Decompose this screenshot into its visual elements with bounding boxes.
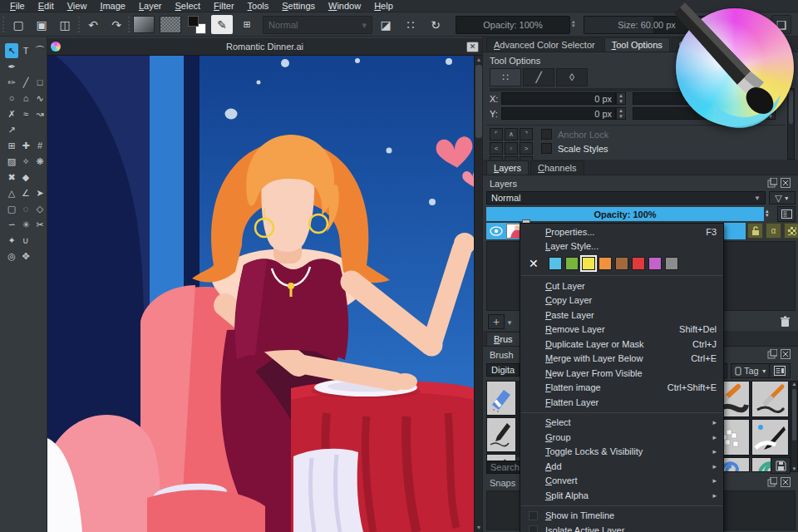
transform-tool[interactable]: ⊞ bbox=[5, 138, 18, 153]
float-docker-icon[interactable] bbox=[767, 477, 777, 487]
menu-item-isolate-active-layer[interactable]: Isolate Active Layer bbox=[520, 523, 723, 532]
measure-tool[interactable]: ∠ bbox=[19, 185, 32, 200]
menu-item-flatten-image[interactable]: Flatten imageCtrl+Shift+E bbox=[520, 381, 723, 396]
gradient-tool[interactable]: ▨ bbox=[5, 154, 18, 169]
ellipse-tool[interactable]: ○ bbox=[5, 91, 18, 106]
new-document-button[interactable]: ▢ bbox=[8, 15, 28, 34]
menu-item-copy-layer[interactable]: Copy Layer bbox=[520, 293, 723, 308]
bezier-curve-tool[interactable]: ✗ bbox=[5, 106, 18, 121]
foreground-background-color-selector[interactable] bbox=[188, 16, 206, 34]
add-layer-dropdown-arrow[interactable]: ▼ bbox=[506, 319, 513, 327]
docker-tab-overview[interactable]: Overview bbox=[672, 37, 725, 52]
eraser-mode-button[interactable]: ◪ bbox=[376, 15, 396, 34]
menu-item-select[interactable]: Select▸ bbox=[520, 416, 723, 431]
color-label-swatch[interactable] bbox=[565, 257, 579, 270]
layer-options-button[interactable] bbox=[777, 206, 796, 222]
zoom-tool[interactable]: ◎ bbox=[5, 249, 18, 264]
preset-view-mode-button[interactable] bbox=[769, 363, 791, 378]
document-close-button[interactable]: ✕ bbox=[466, 42, 479, 52]
blend-mode-dropdown[interactable]: Normal ▾ bbox=[263, 16, 372, 34]
menu-item-flatten-layer[interactable]: Flatten Layer bbox=[520, 395, 723, 410]
polyline-tool[interactable]: ∿ bbox=[33, 91, 47, 106]
menu-item-add[interactable]: Add▸ bbox=[520, 459, 723, 474]
menu-item-remove-layer[interactable]: Remove LayerShift+Del bbox=[520, 323, 723, 337]
menu-item-properties[interactable]: Properties...F3 bbox=[520, 224, 723, 239]
anchor-center-button[interactable]: ▫ bbox=[505, 142, 518, 155]
color-sampler-tool[interactable]: ✧ bbox=[19, 154, 32, 169]
choose-workspace-button[interactable]: ❏ bbox=[771, 15, 791, 34]
docker-tab-tool-options[interactable]: Tool Options bbox=[604, 37, 670, 52]
tool-options-scrollbar[interactable] bbox=[787, 88, 795, 160]
close-docker-icon[interactable] bbox=[781, 477, 791, 487]
preserve-alpha-button[interactable]: ∷ bbox=[401, 15, 421, 34]
menu-filter[interactable]: Filter bbox=[208, 1, 239, 11]
pan-tool[interactable]: ✥ bbox=[19, 249, 32, 264]
save-document-button[interactable]: ◫ bbox=[55, 15, 75, 34]
assistants-tool[interactable]: △ bbox=[5, 185, 18, 200]
rectangle-tool[interactable]: □ bbox=[33, 75, 47, 90]
brush-preset-marker[interactable] bbox=[751, 419, 789, 456]
menu-help[interactable]: Help bbox=[368, 1, 399, 11]
canvas-vertical-scrollbar[interactable]: ▲ ▼ bbox=[474, 56, 482, 532]
tab-brush-presets[interactable]: Brus bbox=[486, 332, 520, 346]
fill-tool[interactable]: ◆ bbox=[19, 170, 32, 185]
brush-preset-paint-2[interactable] bbox=[751, 381, 789, 417]
anchor-top-right-button[interactable]: ⌝ bbox=[520, 128, 533, 140]
menu-item-merge-with-layer-below[interactable]: Merge with Layer BelowCtrl+E bbox=[520, 352, 723, 367]
color-label-swatch[interactable] bbox=[648, 257, 662, 270]
layer-visibility-eye-icon[interactable] bbox=[490, 226, 503, 236]
polygonal-select-tool[interactable]: ◇ bbox=[33, 201, 47, 216]
gradient-chooser-button[interactable] bbox=[133, 16, 155, 33]
menu-tools[interactable]: Tools bbox=[242, 1, 275, 11]
layer-opacity-spinner[interactable]: ▴▾ bbox=[766, 209, 769, 217]
color-label-swatch[interactable] bbox=[598, 257, 612, 270]
docker-tab-advanced-color-selector[interactable]: Advanced Color Selector bbox=[486, 37, 603, 52]
opacity-spinner[interactable]: ▴▾ bbox=[572, 19, 575, 27]
opacity-slider[interactable]: Opacity: 100% bbox=[456, 16, 570, 34]
menu-item-new-layer-from-visible[interactable]: New Layer From Visible bbox=[520, 366, 723, 381]
menu-file[interactable]: File bbox=[4, 1, 31, 11]
brush-size-slider[interactable]: Size: 60.00 px bbox=[584, 16, 710, 34]
menu-item-duplicate-layer-or-mask[interactable]: Duplicate Layer or MaskCtrl+J bbox=[520, 337, 723, 352]
close-docker-icon[interactable] bbox=[781, 349, 791, 359]
anchor-top-left-button[interactable]: ⌜ bbox=[490, 128, 503, 140]
reload-preset-button[interactable]: ↻ bbox=[426, 15, 446, 34]
tab-layers[interactable]: Layers bbox=[486, 160, 529, 175]
delete-layer-button[interactable] bbox=[776, 314, 794, 329]
menu-item-paste-layer[interactable]: Paste Layer bbox=[520, 308, 723, 323]
menu-item-cut-layer[interactable]: Cut Layer bbox=[520, 278, 723, 293]
elliptical-select-tool[interactable]: ◌ bbox=[19, 201, 32, 216]
layer-filter-button[interactable]: ▽ ▼ bbox=[769, 191, 796, 204]
close-docker-icon[interactable] bbox=[781, 178, 791, 188]
scrollbar-handle[interactable] bbox=[475, 65, 482, 138]
brush-preset-eraser[interactable] bbox=[486, 381, 516, 416]
freehand-brush-tool[interactable]: ✏ bbox=[5, 75, 18, 90]
tool-options-subtab-fill[interactable]: ◊ bbox=[556, 68, 588, 86]
x-secondary-spinner[interactable]: ▲▼ bbox=[766, 92, 776, 105]
bezier-select-tool[interactable]: ✂ bbox=[33, 217, 47, 232]
smudge-tool[interactable]: ❋ bbox=[33, 154, 47, 169]
float-docker-icon[interactable] bbox=[767, 178, 777, 188]
layer-blend-mode-dropdown[interactable]: Normal ▼ bbox=[486, 191, 766, 204]
toolbar-drag-handle[interactable] bbox=[2, 17, 6, 32]
add-layer-button[interactable]: ＋ bbox=[488, 314, 505, 329]
color-label-swatch[interactable] bbox=[632, 257, 645, 270]
layer-lock-icon[interactable] bbox=[747, 223, 763, 239]
canvas-viewport[interactable] bbox=[47, 56, 474, 532]
layer-alpha-lock-icon[interactable]: α bbox=[766, 223, 781, 239]
menu-item-toggle-locks-visibility[interactable]: Toggle Locks & Visibility▸ bbox=[520, 445, 723, 460]
color-label-swatch[interactable] bbox=[615, 257, 628, 270]
magnetic-select-tool[interactable]: ∪ bbox=[19, 233, 32, 248]
line-tool[interactable]: ╱ bbox=[19, 75, 32, 90]
brush-editor-button[interactable]: ✎ bbox=[211, 15, 233, 34]
anchor-right-button[interactable]: > bbox=[520, 142, 533, 155]
select-shapes-tool[interactable]: ↖ bbox=[5, 43, 18, 58]
brush-preset-ink-pen[interactable] bbox=[486, 417, 516, 452]
menu-settings[interactable]: Settings bbox=[276, 1, 321, 11]
tool-options-subtab-move[interactable]: ∷ bbox=[490, 68, 521, 86]
brush-preset-filter-dropdown[interactable]: Digita bbox=[486, 363, 520, 377]
calligraphy-tool[interactable]: ✒ bbox=[5, 59, 18, 74]
menu-layer[interactable]: Layer bbox=[133, 1, 168, 11]
menu-select[interactable]: Select bbox=[170, 1, 207, 11]
x-secondary-field[interactable] bbox=[633, 92, 766, 105]
